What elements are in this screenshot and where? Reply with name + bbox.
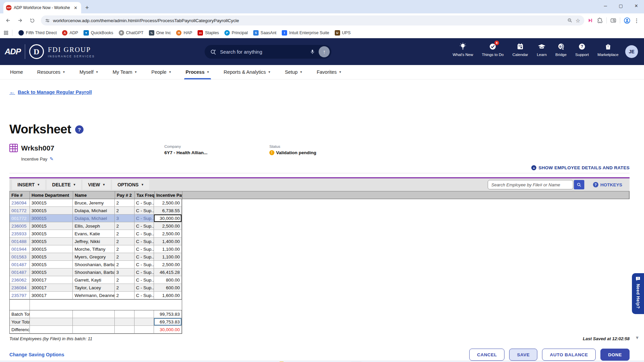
global-search-bar[interactable]: ↑ [205,45,331,59]
quicklink-things-to-do[interactable]: 8Things to Do [482,42,504,57]
bookmark-item[interactable]: SSaasAnt [251,29,279,37]
table-row[interactable]: 001772300015Dulapa, Michael2C - Sup...6,… [10,207,182,215]
cell-home-department[interactable]: 300015 [30,215,73,222]
cell-pay-number[interactable]: 2 [115,276,135,284]
cell-name[interactable]: Dulapa, Michael [73,207,115,214]
cell-home-department[interactable]: 300015 [30,261,73,268]
cell-pay-number[interactable]: 2 [115,230,135,237]
cell-file-number[interactable]: 001487 [10,261,30,268]
cell-name[interactable]: Morche, Tiffany [73,245,115,253]
cell-name[interactable]: Garrett, Kayti [73,276,115,284]
table-row[interactable]: 235933300015Evans, Katie2C - Sup...2,500… [10,230,182,238]
back-to-payroll-link[interactable]: ← Back to Manage Regular Payroll [9,89,92,96]
cell-name[interactable]: Jeffrey, Nikki [73,238,115,245]
hotkeys-link[interactable]: ? HOTKEYS [593,182,622,187]
quicklink-bridge[interactable]: BBridge [555,42,567,57]
scroll-down-icon[interactable]: ▼ [635,335,639,340]
table-row[interactable]: 001772300015Dulapa, Michael3C - Sup...30… [10,215,182,222]
bookmark-item[interactable]: HHAP [173,29,195,37]
cell-tax-frequency[interactable]: C - Sup... [135,230,154,237]
quicklink-marketplace[interactable]: Marketplace [597,42,619,57]
table-row[interactable]: 236005300015Ellis, Joseph2C - Sup...2,50… [10,222,182,230]
nav-item-setup[interactable]: Setup▼ [281,65,306,79]
bookmark-item[interactable]: Fifth Third Direct [16,29,59,37]
save-button[interactable]: SAVE [509,349,537,361]
zoom-icon[interactable] [567,18,573,23]
cell-incentive-pay[interactable]: 1,600.00 [154,292,182,299]
cell-name[interactable]: Evans, Katie [73,230,115,237]
back-button[interactable] [3,15,13,26]
cell-tax-frequency[interactable]: C - Sup... [135,292,154,299]
cell-name[interactable]: Wehrmann, Deanne [73,292,115,299]
window-maximize-button[interactable]: ▢ [613,0,629,11]
window-minimize-button[interactable]: ─ [598,0,613,11]
cell-incentive-pay[interactable]: 2,500.00 [154,199,182,206]
cell-name[interactable]: Ellis, Joseph [73,222,115,230]
cell-tax-frequency[interactable]: C - Sup... [135,207,154,214]
menu-delete-button[interactable]: DELETE▼ [47,180,81,190]
done-button[interactable]: DONE [600,349,630,361]
cell-tax-frequency[interactable]: C - Sup... [135,253,154,260]
cell-pay-number[interactable]: 2 [115,245,135,253]
cell-file-number[interactable]: 001563 [10,253,30,260]
cell-incentive-pay[interactable]: 1,100.00 [154,245,182,253]
cell-pay-number[interactable]: 2 [115,199,135,206]
cell-file-number[interactable]: 001772 [10,215,30,222]
table-row[interactable]: 235797300017Wehrmann, Deanne2C - Sup...1… [10,292,182,299]
cell-home-department[interactable]: 300015 [30,253,73,260]
table-row[interactable]: 001944300015Morche, Tiffany2C - Sup...1,… [10,245,182,253]
menu-options-button[interactable]: OPTIONS▼ [112,180,149,190]
cell-pay-number[interactable]: 2 [115,207,135,214]
new-tab-button[interactable]: + [85,4,89,11]
bookmark-item[interactable]: AADP [59,29,81,37]
table-row[interactable]: 001488300015Jeffrey, Nikki2C - Sup...1,4… [10,238,182,245]
cell-pay-number[interactable]: 2 [115,284,135,291]
extensions-puzzle-icon[interactable] [597,17,603,23]
bookmark-star-icon[interactable]: ☆ [576,17,580,24]
menu-insert-button[interactable]: INSERT▼ [12,180,45,190]
cell-file-number[interactable]: 236062 [10,276,30,284]
totals-value[interactable]: 69,753.83 [154,318,182,325]
cell-home-department[interactable]: 300015 [30,222,73,230]
table-row[interactable]: 001487300015Shooshanian, Barbara2C - Sup… [10,261,182,268]
cell-pay-number[interactable]: 3 [115,268,135,276]
cell-home-department[interactable]: 300015 [30,230,73,237]
cell-tax-frequency[interactable]: C - Sup... [135,238,154,245]
quicklink-support[interactable]: ?Support [575,42,589,57]
cell-name[interactable]: Myers, Gregory [73,253,115,260]
nav-item-reports-analytics[interactable]: Reports & Analytics▼ [220,65,274,79]
bookmark-item[interactable]: ∿One Inc [146,29,174,37]
cell-file-number[interactable]: 001772 [10,207,30,214]
cell-tax-frequency[interactable]: C - Sup... [135,268,154,276]
table-row[interactable]: 001563300015Myers, Gregory2C - Sup...1,1… [10,253,182,261]
bookmark-item[interactable]: PPrincipal [222,29,251,37]
cell-name[interactable]: Shooshanian, Barbara [73,268,115,276]
site-settings-icon[interactable] [45,18,50,23]
table-row[interactable]: 236094300015Bruce, Jeremy2C - Sup...2,50… [10,199,182,207]
cell-tax-frequency[interactable]: C - Sup... [135,284,154,291]
cell-file-number[interactable]: 001488 [10,238,30,245]
cell-home-department[interactable]: 300015 [30,199,73,206]
bookmark-item[interactable]: UUPS [332,29,354,37]
cell-incentive-pay[interactable]: 1,100.00 [154,253,182,260]
cell-incentive-pay[interactable]: 2,500.00 [154,222,182,230]
cell-incentive-pay[interactable]: 2,500.00 [154,261,182,268]
nav-item-favorites[interactable]: Favorites▼ [313,65,345,79]
avatar[interactable]: JE [625,45,638,58]
cell-pay-number[interactable]: 2 [115,261,135,268]
apps-grid-icon[interactable] [3,30,9,36]
table-row[interactable]: 001487300015Shooshanian, Barbara3C - Sup… [10,268,182,276]
pinned-extension-icon[interactable] [588,17,594,23]
cell-pay-number[interactable]: 2 [115,292,135,299]
menu-view-button[interactable]: VIEW▼ [83,180,111,190]
cell-file-number[interactable]: 235933 [10,230,30,237]
quicklink-learn[interactable]: Learn [537,42,546,57]
nav-item-process[interactable]: Process▼ [182,65,213,79]
page-help-icon[interactable]: ? [75,125,84,134]
screen-search-icon[interactable] [610,17,616,24]
cell-name[interactable]: Dulapa, Michael [73,215,115,222]
nav-item-resources[interactable]: Resources▼ [34,65,69,79]
cell-tax-frequency[interactable]: C - Sup... [135,199,154,206]
table-row[interactable]: 236084300017Taylor, Lacey2C - Sup...600.… [10,284,182,292]
cell-file-number[interactable]: 236005 [10,222,30,230]
